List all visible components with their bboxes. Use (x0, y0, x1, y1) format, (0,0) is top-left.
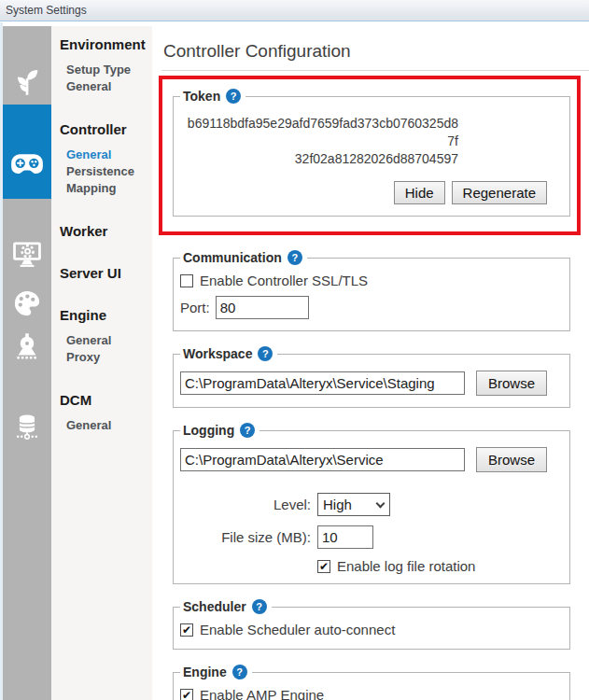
title-divider (161, 70, 589, 71)
sidebar-item-proxy[interactable]: Proxy (51, 349, 152, 366)
chevron-down-icon (376, 498, 386, 508)
communication-legend: Communication (183, 250, 282, 265)
settings-nav: Environment Setup Type General Controlle… (51, 26, 152, 700)
logging-help-icon[interactable]: ? (240, 423, 255, 438)
file-size-input[interactable] (317, 525, 373, 549)
engine-icon (13, 332, 41, 360)
ssl-checkbox[interactable] (180, 274, 193, 287)
token-value: b69118bdfa95e29afd7659fad373cb0760325d87… (182, 115, 458, 168)
sidebar-section-controller[interactable]: Controller (51, 122, 152, 137)
scheduler-help-icon[interactable]: ? (252, 599, 267, 614)
level-label: Level: (178, 497, 311, 512)
regenerate-token-button[interactable]: Regenerate (452, 181, 547, 204)
workspace-browse-button[interactable]: Browse (476, 371, 547, 396)
monitor-gear-icon (12, 240, 42, 268)
plant-icon (13, 68, 41, 96)
engine-help-icon[interactable]: ? (232, 665, 247, 679)
workspace-section: Workspace ? Browse (173, 346, 570, 408)
logging-legend: Logging (183, 423, 234, 438)
sidebar-icon-engine[interactable] (3, 329, 51, 363)
sidebar-section-environment[interactable]: Environment (51, 37, 152, 52)
workspace-path-input[interactable] (180, 371, 465, 395)
scheduler-section: Scheduler ? ✔ Enable Scheduler auto-conn… (173, 599, 570, 650)
log-rotation-checkbox-label: Enable log file rotation (337, 558, 475, 574)
level-select[interactable]: High (317, 493, 390, 516)
token-value-line: 32f02a81282026d88704597 (182, 150, 458, 168)
sidebar-icon-dcm[interactable] (3, 411, 51, 444)
logging-path-input[interactable] (180, 448, 465, 471)
token-help-icon[interactable]: ? (226, 89, 241, 104)
sidebar-section-worker[interactable]: Worker (51, 224, 152, 239)
scheduler-autoconnect-label: Enable Scheduler auto-connect (200, 622, 395, 637)
level-select-value: High (323, 497, 377, 512)
logging-browse-button[interactable]: Browse (476, 447, 547, 472)
sidebar-item-engine-general[interactable]: General (51, 332, 152, 349)
sidebar-item-environment-general[interactable]: General (51, 78, 152, 95)
sidebar-item-controller-general[interactable]: General (51, 147, 152, 163)
sidebar-item-setup-type[interactable]: Setup Type (51, 62, 152, 78)
log-rotation-checkbox[interactable]: ✔ (317, 560, 330, 573)
database-icon (14, 413, 40, 441)
token-section: Token ? b69118bdfa95e29afd7659fad373cb07… (173, 89, 570, 217)
scheduler-autoconnect-checkbox[interactable]: ✔ (180, 623, 193, 637)
ssl-checkbox-label: Enable Controller SSL/TLS (200, 273, 368, 288)
sidebar-section-engine[interactable]: Engine (51, 308, 152, 323)
scheduler-legend: Scheduler (183, 599, 246, 614)
sidebar-section-server-ui[interactable]: Server UI (51, 266, 152, 281)
sidebar-item-dcm-general[interactable]: General (51, 417, 152, 434)
communication-section: Communication ? Enable Controller SSL/TL… (173, 250, 570, 331)
workspace-help-icon[interactable]: ? (258, 346, 273, 361)
port-input[interactable] (216, 296, 309, 319)
sidebar-icon-server-ui[interactable] (3, 287, 51, 320)
logging-section: Logging ? Browse Level: High File size (… (173, 423, 570, 584)
communication-help-icon[interactable]: ? (287, 250, 302, 265)
amp-engine-label: Enable AMP Engine (200, 687, 324, 700)
file-size-label: File size (MB): (178, 529, 311, 545)
workspace-legend: Workspace (183, 346, 252, 361)
token-legend: Token (183, 89, 220, 104)
palette-icon (13, 289, 41, 317)
sidebar-section-dcm[interactable]: DCM (51, 393, 152, 408)
window-title-bar: System Settings (0, 0, 589, 21)
sidebar-icon-worker[interactable] (3, 237, 51, 271)
hide-token-button[interactable]: Hide (394, 181, 445, 204)
gamepad-icon (10, 153, 44, 176)
sidebar-icon-controller[interactable] (3, 147, 51, 181)
sidebar-item-mapping[interactable]: Mapping (51, 180, 152, 197)
sidebar-icon-environment[interactable] (3, 65, 51, 99)
page-title: Controller Configuration (163, 41, 589, 62)
icon-rail (3, 26, 51, 700)
engine-legend: Engine (183, 665, 227, 679)
engine-section: Engine ? ✔ Enable AMP Engine (173, 665, 570, 700)
window-title: System Settings (6, 4, 87, 17)
sidebar-item-persistence[interactable]: Persistence (51, 163, 152, 180)
highlight-box: Token ? b69118bdfa95e29afd7659fad373cb07… (159, 76, 581, 235)
amp-engine-checkbox[interactable]: ✔ (180, 689, 193, 700)
port-label: Port: (180, 300, 210, 315)
main-content: Controller Configuration Token ? b69118b… (152, 22, 589, 700)
token-value-line: b69118bdfa95e29afd7659fad373cb0760325d87… (182, 115, 458, 150)
